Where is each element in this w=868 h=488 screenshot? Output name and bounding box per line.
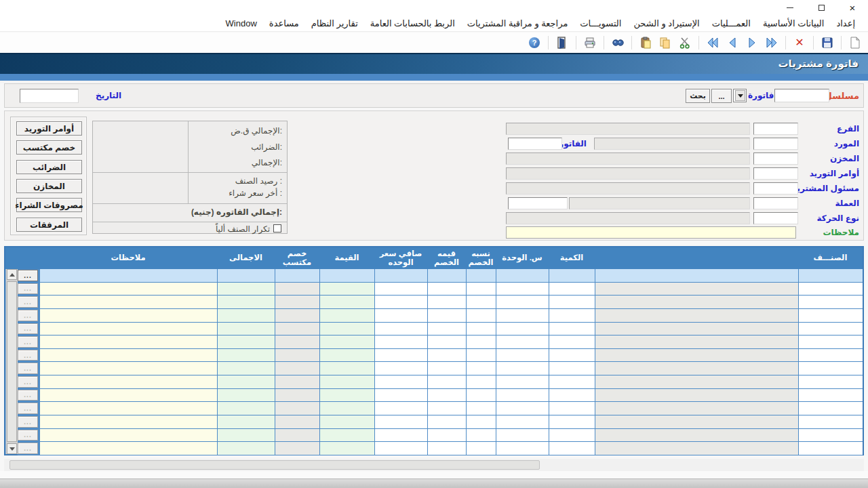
grid-cell-item-name[interactable] xyxy=(595,309,798,322)
grid-cell-notes[interactable] xyxy=(39,296,217,308)
grid-cell-discount-value[interactable] xyxy=(427,309,466,322)
grid-cell-discount-percent[interactable] xyxy=(466,336,496,348)
grid-cell-earned-discount[interactable] xyxy=(275,375,319,388)
menu-item-help[interactable]: مساعدة xyxy=(263,18,305,28)
grid-cell-quantity[interactable] xyxy=(549,296,595,308)
grid-cell-net-unit-price[interactable] xyxy=(374,309,427,322)
grid-cell-notes[interactable] xyxy=(39,349,217,362)
grid-cell-discount-value[interactable] xyxy=(427,349,466,362)
grid-cell-unit-price[interactable] xyxy=(496,362,549,375)
grid-cell-notes[interactable] xyxy=(39,269,217,282)
grid-cell-discount-value[interactable] xyxy=(427,402,466,415)
menu-item-setup[interactable]: إعداد xyxy=(830,18,861,28)
delete-icon[interactable]: ✕ xyxy=(792,35,807,50)
nav-last-icon[interactable] xyxy=(764,35,779,50)
row-detail-button[interactable]: ... xyxy=(18,390,38,401)
grid-cell-earned-discount[interactable] xyxy=(275,389,319,402)
invoice-number-input[interactable] xyxy=(508,138,562,150)
grid-cell-discount-percent[interactable] xyxy=(466,362,496,375)
grid-cell-quantity[interactable] xyxy=(549,349,595,362)
grid-cell-item-code[interactable] xyxy=(798,415,863,428)
grid-cell-net-unit-price[interactable] xyxy=(374,375,427,388)
grid-cell-value[interactable] xyxy=(319,389,374,402)
grid-cell-earned-discount[interactable] xyxy=(275,402,319,415)
grid-cell-net-unit-price[interactable] xyxy=(374,269,427,282)
grid-cell-item-code[interactable] xyxy=(798,362,863,375)
grid-cell-net-unit-price[interactable] xyxy=(374,389,427,402)
print-icon[interactable] xyxy=(583,35,597,50)
grid-cell-value[interactable] xyxy=(319,415,374,428)
grid-cell-value[interactable] xyxy=(319,336,374,348)
grid-cell-value[interactable] xyxy=(319,283,374,296)
taxes-button[interactable]: الضرائب xyxy=(16,160,82,174)
grid-cell-item-name[interactable] xyxy=(595,415,798,428)
grid-cell-total[interactable] xyxy=(217,296,275,308)
grid-cell-value[interactable] xyxy=(319,429,374,442)
grid-cell-quantity[interactable] xyxy=(549,336,595,348)
row-detail-button[interactable]: ... xyxy=(18,323,38,335)
grid-cell-net-unit-price[interactable] xyxy=(374,336,427,348)
row-detail-button[interactable]: ... xyxy=(18,296,38,308)
grid-cell-value[interactable] xyxy=(319,309,374,322)
grid-cell-discount-value[interactable] xyxy=(427,362,466,375)
grid-header-unit-price[interactable]: س. الوحدة xyxy=(496,247,549,269)
grid-cell-unit-price[interactable] xyxy=(496,429,549,442)
grid-cell-earned-discount[interactable] xyxy=(275,429,319,442)
row-detail-button[interactable]: ... xyxy=(18,283,38,295)
repeat-item-checkbox[interactable] xyxy=(273,224,281,232)
grid-header-discount-value[interactable]: قيمه الخصم xyxy=(427,247,466,269)
grid-header-quantity[interactable]: الكمية xyxy=(549,247,595,269)
grid-cell-earned-discount[interactable] xyxy=(275,309,319,322)
nav-previous-icon[interactable] xyxy=(725,35,740,50)
save-icon[interactable] xyxy=(820,35,835,50)
grid-cell-earned-discount[interactable] xyxy=(275,283,319,296)
grid-cell-unit-price[interactable] xyxy=(496,323,549,336)
grid-cell-notes[interactable] xyxy=(39,375,217,388)
row-detail-button[interactable]: ... xyxy=(18,336,38,348)
grid-cell-value[interactable] xyxy=(319,296,374,308)
grid-cell-total[interactable] xyxy=(217,442,275,455)
grid-cell-total[interactable] xyxy=(217,309,275,322)
cut-icon[interactable] xyxy=(677,35,692,50)
grid-cell-item-name[interactable] xyxy=(595,349,798,362)
grid-cell-quantity[interactable] xyxy=(549,415,595,428)
nav-next-icon[interactable] xyxy=(745,35,760,50)
grid-cell-item-name[interactable] xyxy=(595,296,798,308)
grid-cell-earned-discount[interactable] xyxy=(275,415,319,428)
scroll-down-icon[interactable] xyxy=(7,443,17,454)
grid-cell-discount-percent[interactable] xyxy=(466,402,496,415)
grid-cell-total[interactable] xyxy=(217,415,275,428)
grid-cell-earned-discount[interactable] xyxy=(275,296,319,308)
grid-cell-earned-discount[interactable] xyxy=(275,269,319,282)
attachments-button[interactable]: المرفقات xyxy=(16,218,82,232)
grid-cell-item-name[interactable] xyxy=(595,389,798,402)
grid-cell-item-code[interactable] xyxy=(798,283,863,296)
grid-cell-notes[interactable] xyxy=(39,402,217,415)
grid-cell-net-unit-price[interactable] xyxy=(374,362,427,375)
menu-item-master-data[interactable]: البيانات الأساسية xyxy=(757,18,830,28)
paste-icon[interactable] xyxy=(638,35,653,50)
grid-cell-discount-value[interactable] xyxy=(427,323,466,336)
supply-orders-button[interactable]: أوامر التوريد xyxy=(16,121,82,136)
grid-cell-net-unit-price[interactable] xyxy=(374,323,427,336)
branch-input[interactable] xyxy=(753,123,798,135)
grid-cell-item-code[interactable] xyxy=(798,429,863,442)
menu-item-gl-link[interactable]: الربط بالحسابات العامة xyxy=(364,18,461,28)
grid-cell-unit-price[interactable] xyxy=(496,283,549,296)
grid-cell-value[interactable] xyxy=(319,375,374,388)
grid-cell-item-name[interactable] xyxy=(595,269,798,282)
grid-cell-discount-percent[interactable] xyxy=(466,323,496,336)
menu-item-system-reports[interactable]: تقارير النظام xyxy=(305,18,364,28)
row-detail-button[interactable]: ... xyxy=(18,403,38,414)
grid-cell-discount-value[interactable] xyxy=(427,442,466,455)
grid-header-discount-percent[interactable]: نسبه الخصم xyxy=(466,247,496,269)
grid-cell-quantity[interactable] xyxy=(549,269,595,282)
grid-cell-total[interactable] xyxy=(217,429,275,442)
grid-vertical-scrollbar[interactable] xyxy=(5,269,18,454)
grid-cell-earned-discount[interactable] xyxy=(275,442,319,455)
grid-cell-notes[interactable] xyxy=(39,429,217,442)
grid-cell-item-name[interactable] xyxy=(595,336,798,348)
grid-cell-item-name[interactable] xyxy=(595,442,798,455)
grid-cell-item-name[interactable] xyxy=(595,362,798,375)
grid-cell-notes[interactable] xyxy=(39,442,217,455)
